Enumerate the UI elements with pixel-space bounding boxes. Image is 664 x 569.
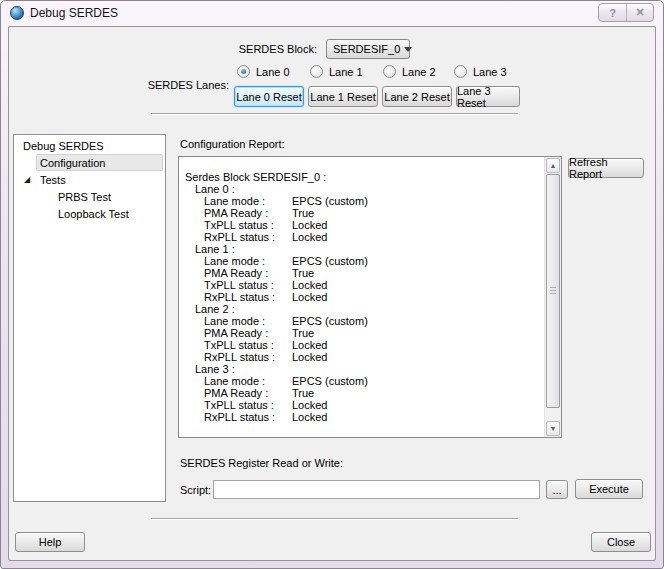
script-label: Script: [180, 484, 211, 496]
tree-item-label: Loopback Test [14, 208, 129, 220]
script-input[interactable] [213, 480, 540, 499]
report-line-value: Locked [292, 339, 327, 351]
caption-buttons: ? ✕ [598, 3, 654, 22]
refresh-report-button[interactable]: Refresh Report [568, 158, 644, 178]
lane-radio-3[interactable]: Lane 3 [454, 64, 507, 79]
report-line: PMA Ready :True [185, 327, 544, 339]
report-line: Lane mode :EPCS (custom) [185, 255, 544, 267]
report-line: PMA Ready :True [185, 387, 544, 399]
report-line-text: Serdes Block SERDESIF_0 : [185, 171, 326, 183]
report-line: Lane 0 : [185, 183, 544, 195]
report-line-text: RxPLL status : [204, 231, 275, 243]
radio-icon [310, 65, 323, 78]
window-title: Debug SERDES [30, 6, 118, 20]
report-line: Serdes Block SERDESIF_0 : [185, 171, 544, 183]
dialog-client-area: SERDES Block: SERDESIF_0 SERDES Lanes: L… [8, 26, 656, 561]
report-line: RxPLL status :Locked [185, 411, 544, 423]
lane-radio-1[interactable]: Lane 1 [310, 64, 363, 79]
lane-radio-label: Lane 3 [473, 66, 507, 78]
execute-button[interactable]: Execute [575, 479, 643, 499]
close-button[interactable]: Close [591, 532, 651, 552]
report-line-value: Locked [292, 351, 327, 363]
report-line-value: Locked [292, 279, 327, 291]
report-line-text: Lane 0 : [195, 183, 235, 195]
report-line-text: PMA Ready : [204, 327, 268, 339]
report-line: Lane mode :EPCS (custom) [185, 315, 544, 327]
report-line-text: Lane mode : [204, 315, 265, 327]
serdes-lanes-label: SERDES Lanes: [148, 79, 229, 91]
titlebar[interactable]: Debug SERDES ? ✕ [1, 1, 663, 26]
report-line-text: Lane mode : [204, 195, 265, 207]
report-line-value: True [292, 327, 314, 339]
report-line: PMA Ready :True [185, 207, 544, 219]
chevron-down-icon [404, 47, 412, 52]
tree-item-prbs-test[interactable]: PRBS Test [14, 188, 165, 205]
tree-item-tests[interactable]: ◢Tests [14, 171, 165, 188]
lane-0-reset-button[interactable]: Lane 0 Reset [234, 86, 304, 107]
report-line-text: Lane mode : [204, 375, 265, 387]
serdes-block-dropdown[interactable]: SERDESIF_0 [326, 39, 410, 59]
lane-radio-label: Lane 0 [256, 66, 290, 78]
radio-icon [383, 65, 396, 78]
report-line: RxPLL status :Locked [185, 351, 544, 363]
serdes-block-selected-value: SERDESIF_0 [333, 43, 400, 55]
scrollbar-thumb[interactable] [546, 174, 560, 408]
serdes-block-label: SERDES Block: [239, 43, 317, 55]
scroll-down-icon[interactable]: ▼ [546, 421, 560, 436]
vertical-scrollbar[interactable]: ▲ ▼ [544, 157, 561, 437]
lane-2-reset-button[interactable]: Lane 2 Reset [382, 86, 452, 107]
report-line-text: PMA Ready : [204, 267, 268, 279]
report-line-value: EPCS (custom) [292, 375, 368, 387]
report-line-text: RxPLL status : [204, 411, 275, 423]
tree-item-label: PRBS Test [14, 191, 111, 203]
report-line-value: EPCS (custom) [292, 195, 368, 207]
tree-item-configuration[interactable]: Configuration [14, 154, 165, 171]
tree-item-loopback-test[interactable]: Loopback Test [14, 205, 165, 222]
lane-radio-0[interactable]: Lane 0 [237, 64, 290, 79]
lane-radio-label: Lane 1 [329, 66, 363, 78]
report-line-value: True [292, 387, 314, 399]
lane-3-reset-button[interactable]: Lane 3 Reset [456, 86, 520, 107]
report-line-text: PMA Ready : [204, 387, 268, 399]
report-line-value: Locked [292, 291, 327, 303]
scroll-up-icon[interactable]: ▲ [546, 158, 560, 173]
report-line-text: TxPLL status : [204, 339, 274, 351]
lane-radio-label: Lane 2 [402, 66, 436, 78]
report-line-value: Locked [292, 399, 327, 411]
tree-item-label: Tests [14, 174, 66, 186]
radio-icon [237, 65, 250, 78]
tree-root-label: Debug SERDES [23, 140, 104, 152]
register-section-label: SERDES Register Read or Write: [180, 457, 343, 469]
tree-root-item[interactable]: Debug SERDES [14, 137, 165, 154]
configuration-report-label: Configuration Report: [180, 138, 285, 150]
report-line: RxPLL status :Locked [185, 291, 544, 303]
report-line-value: EPCS (custom) [292, 315, 368, 327]
report-line: Lane 1 : [185, 243, 544, 255]
help-button[interactable]: Help [15, 532, 85, 552]
separator-bottom [151, 518, 518, 520]
report-line-text: Lane 3 : [195, 363, 235, 375]
close-titlebar-button[interactable]: ✕ [626, 4, 653, 21]
report-line-text: RxPLL status : [204, 351, 275, 363]
report-line-value: True [292, 267, 314, 279]
report-line-text: Lane 2 : [195, 303, 235, 315]
configuration-report-text: Serdes Block SERDESIF_0 :Lane 0 :Lane mo… [179, 157, 544, 437]
report-line-value: EPCS (custom) [292, 255, 368, 267]
report-line: PMA Ready :True [185, 267, 544, 279]
lane-radio-2[interactable]: Lane 2 [383, 64, 436, 79]
report-line: TxPLL status :Locked [185, 399, 544, 411]
configuration-report-textarea[interactable]: Serdes Block SERDESIF_0 :Lane 0 :Lane mo… [178, 156, 562, 438]
debug-serdes-dialog: Debug SERDES ? ✕ SERDES Block: SERDESIF_… [0, 0, 664, 569]
report-line-value: True [292, 207, 314, 219]
report-line: Lane 3 : [185, 363, 544, 375]
report-line-value: Locked [292, 411, 327, 423]
help-titlebar-button[interactable]: ? [599, 4, 626, 21]
browse-script-button[interactable]: ... [546, 480, 568, 499]
report-line-text: TxPLL status : [204, 219, 274, 231]
tree-item-label: Configuration [14, 157, 105, 169]
report-line: Lane mode :EPCS (custom) [185, 195, 544, 207]
report-line-text: PMA Ready : [204, 207, 268, 219]
report-line-text: Lane 1 : [195, 243, 235, 255]
lane-1-reset-button[interactable]: Lane 1 Reset [308, 86, 378, 107]
report-line-text: Lane mode : [204, 255, 265, 267]
